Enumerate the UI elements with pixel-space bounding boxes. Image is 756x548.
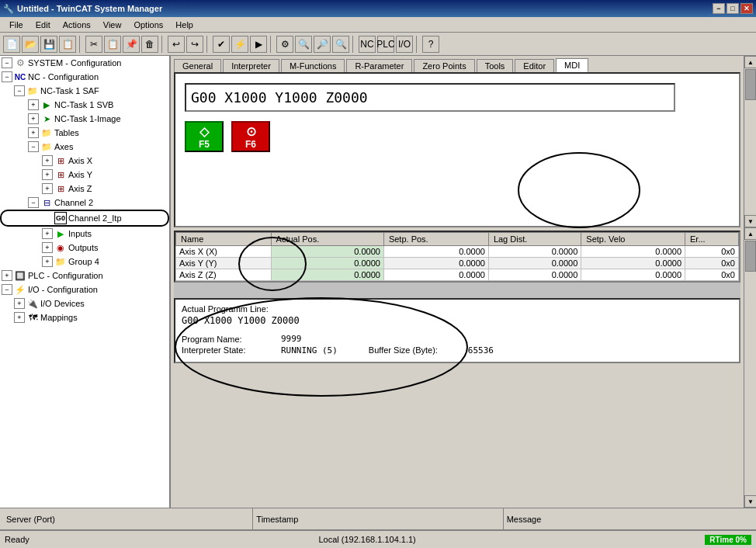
- check-button[interactable]: ✔: [213, 36, 230, 53]
- menu-file[interactable]: File: [3, 19, 29, 31]
- nc-image-icon: ➤: [40, 113, 53, 125]
- expand-nc-svb[interactable]: +: [28, 99, 39, 110]
- tab-mfunctions[interactable]: M-Functions: [281, 59, 345, 72]
- tab-mdi[interactable]: MDI: [556, 58, 588, 72]
- tree-item-inputs[interactable]: + ▶ Inputs: [0, 227, 169, 241]
- tab-rparameter[interactable]: R-Parameter: [346, 59, 412, 72]
- tab-tools[interactable]: Tools: [477, 59, 514, 72]
- minimize-button[interactable]: −: [713, 3, 725, 14]
- save-as-button[interactable]: 📋: [59, 36, 76, 53]
- scroll-up-upper[interactable]: ▲: [744, 56, 756, 68]
- tables-label: Tables: [54, 128, 79, 137]
- expand-inputs[interactable]: +: [42, 228, 53, 239]
- tree-item-mappings[interactable]: + 🗺 Mappings: [0, 310, 169, 324]
- outputs-icon: ◉: [54, 241, 67, 254]
- menu-edit[interactable]: Edit: [29, 19, 57, 31]
- menu-help[interactable]: Help: [169, 19, 199, 31]
- activate-button[interactable]: ⚡: [231, 36, 248, 53]
- tree-item-io-devices[interactable]: + 🔌 I/O Devices: [0, 297, 169, 310]
- expand-axis-x[interactable]: +: [42, 155, 53, 166]
- cut-button[interactable]: ✂: [85, 36, 102, 53]
- expand-io-devices[interactable]: +: [14, 298, 25, 309]
- buffer-size-label: Buffer Size (Byte):: [369, 345, 462, 356]
- tab-interpreter[interactable]: Interpreter: [223, 59, 279, 72]
- f5-label: F5: [199, 139, 210, 150]
- cell-actual: 0.0000: [271, 269, 383, 281]
- zoom-in-button[interactable]: 🔎: [314, 36, 331, 53]
- help-button[interactable]: ?: [422, 36, 439, 53]
- tree-item-plc[interactable]: + 🔲 PLC - Configuration: [0, 269, 169, 283]
- scroll-up-lower[interactable]: ▲: [744, 227, 756, 240]
- expand-plc[interactable]: +: [2, 270, 12, 281]
- cell-setp: 0.0000: [383, 269, 488, 281]
- tree-item-axis-z[interactable]: + ⊞ Axis Z: [0, 182, 169, 196]
- tree-item-nc-image[interactable]: + ➤ NC-Task 1-Image: [0, 112, 169, 126]
- paste-button[interactable]: 📌: [123, 36, 140, 53]
- new-button[interactable]: 📄: [3, 36, 20, 53]
- expand-tables[interactable]: +: [28, 127, 39, 138]
- redo-button[interactable]: ↪: [186, 36, 203, 53]
- close-button[interactable]: ✕: [740, 3, 753, 14]
- expand-system[interactable]: −: [2, 57, 12, 68]
- io-label: I/O - Configuration: [28, 285, 98, 294]
- tab-zeropoints[interactable]: Zero Points: [414, 59, 474, 72]
- cell-name: Axis Z (Z): [176, 269, 272, 281]
- open-button[interactable]: 📂: [22, 36, 39, 53]
- save-button[interactable]: 💾: [40, 36, 57, 53]
- menu-actions[interactable]: Actions: [57, 19, 97, 31]
- cell-velo: 0.0000: [581, 269, 685, 281]
- expand-mappings[interactable]: +: [14, 312, 25, 323]
- io-button[interactable]: I/O: [396, 36, 413, 53]
- tree-item-axis-y[interactable]: + ⊞ Axis Y: [0, 168, 169, 182]
- tree-item-channel2[interactable]: − ⊟ Channel 2: [0, 196, 169, 210]
- tree-item-axes[interactable]: − 📁 Axes: [0, 140, 169, 154]
- tree-item-channel2-itp[interactable]: G0 Channel 2_Itp: [0, 210, 169, 227]
- config-button[interactable]: ⚙: [276, 36, 293, 53]
- toolbar-separator-2: [161, 36, 165, 53]
- tree-item-system[interactable]: − ⚙ SYSTEM - Configuration: [0, 56, 169, 70]
- menu-view[interactable]: View: [97, 19, 128, 31]
- tree-item-nc-svb[interactable]: + ▶ NC-Task 1 SVB: [0, 98, 169, 112]
- tab-editor[interactable]: Editor: [515, 59, 554, 72]
- scroll-down-upper[interactable]: ▼: [744, 215, 756, 227]
- mdi-input[interactable]: [185, 83, 675, 112]
- tree-item-tables[interactable]: + 📁 Tables: [0, 126, 169, 140]
- scroll-down-lower[interactable]: ▼: [744, 495, 756, 508]
- copy-button[interactable]: 📋: [104, 36, 121, 53]
- tree-item-nctask1[interactable]: − 📁 NC-Task 1 SAF: [0, 84, 169, 98]
- zoom-out-button[interactable]: 🔍: [332, 36, 349, 53]
- expand-nc-image[interactable]: +: [28, 113, 39, 124]
- tree-item-outputs[interactable]: + ◉ Outputs: [0, 241, 169, 255]
- plc-button[interactable]: PLC: [377, 36, 394, 53]
- expand-io[interactable]: −: [2, 284, 12, 295]
- tree-item-axis-x[interactable]: + ⊞ Axis X: [0, 154, 169, 168]
- expand-nc[interactable]: −: [2, 71, 12, 82]
- tab-general[interactable]: General: [174, 59, 221, 72]
- expand-axes[interactable]: −: [28, 141, 39, 152]
- oval-decoration-buttons: [517, 151, 641, 229]
- undo-button[interactable]: ↩: [168, 36, 185, 53]
- search-button[interactable]: 🔍: [295, 36, 312, 53]
- expand-group4[interactable]: +: [42, 256, 53, 267]
- f5-button[interactable]: ◇ F5: [185, 121, 224, 152]
- scroll-track-upper[interactable]: [744, 68, 756, 215]
- expand-axis-y[interactable]: +: [42, 169, 53, 180]
- tree-item-group4[interactable]: + 📁 Group 4: [0, 255, 169, 269]
- maximize-button[interactable]: □: [727, 3, 739, 14]
- expand-outputs[interactable]: +: [42, 242, 53, 253]
- expand-channel2[interactable]: −: [28, 197, 39, 208]
- tree-item-nc[interactable]: − NC NC - Configuration: [0, 70, 169, 84]
- tree-item-io[interactable]: − ⚡ I/O - Configuration: [0, 283, 169, 297]
- nc-button[interactable]: NC: [359, 36, 376, 53]
- f5-icon: ◇: [199, 124, 209, 139]
- cell-actual: 0.0000: [271, 258, 383, 269]
- axis-y-icon: ⊞: [54, 168, 67, 181]
- menu-options[interactable]: Options: [127, 19, 169, 31]
- delete-button[interactable]: 🗑: [141, 36, 158, 53]
- expand-axis-z[interactable]: +: [42, 183, 53, 194]
- scroll-track-lower[interactable]: [744, 240, 756, 495]
- table-spacer: [174, 283, 740, 298]
- run-button[interactable]: ▶: [250, 36, 267, 53]
- expand-nctask1[interactable]: −: [14, 85, 25, 96]
- f6-button[interactable]: ⊙ F6: [231, 121, 270, 152]
